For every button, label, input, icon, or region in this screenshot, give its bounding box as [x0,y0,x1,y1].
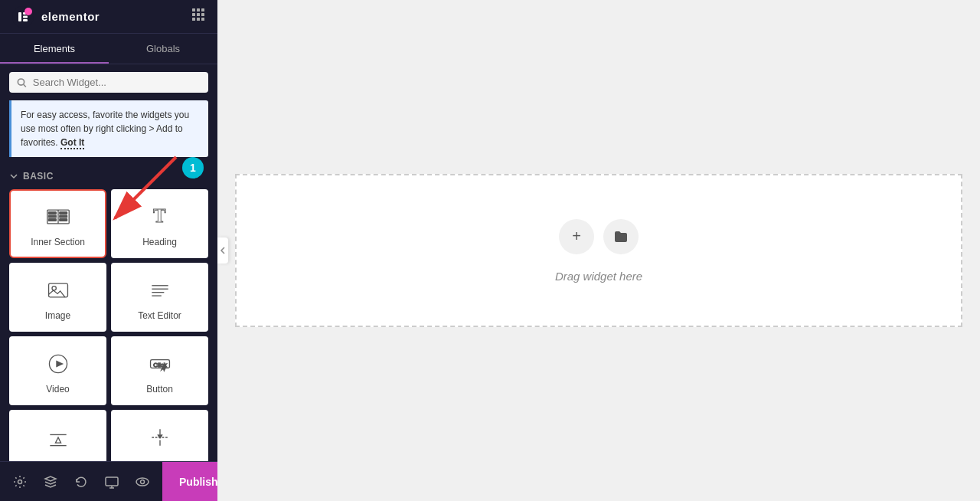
svg-rect-18 [48,215,56,218]
badge-step-1: 1 [182,157,204,178]
widget-text-editor-label: Text Editor [138,310,181,321]
elementor-logo [12,6,34,28]
app-title: elementor [41,10,100,23]
widget-button[interactable]: Click Button [111,336,208,405]
main-canvas: + Drag widget here [217,0,980,501]
search-container [0,64,217,100]
search-box [9,72,208,93]
history-icon-btn[interactable] [67,468,95,496]
canvas-area: + Drag widget here [217,0,980,501]
svg-rect-2 [23,15,28,18]
history-icon [74,475,88,489]
video-icon [44,350,72,378]
tab-elements[interactable]: Elements [0,34,109,64]
svg-marker-31 [56,361,64,368]
drag-text: Drag widget here [555,270,642,283]
widget-list: Basic Inner Section [0,165,217,461]
svg-rect-17 [48,212,56,214]
drop-zone-actions: + [559,219,639,254]
heading-svg: T [148,205,172,229]
svg-rect-3 [23,19,28,21]
video-svg [46,352,70,376]
text-editor-icon [146,277,174,304]
svg-line-14 [24,84,26,87]
preview-icon [136,475,149,489]
svg-rect-11 [197,18,200,21]
svg-rect-43 [106,477,118,486]
svg-rect-20 [59,212,67,214]
widget-button-label: Button [146,384,173,395]
svg-point-42 [18,480,22,483]
section-basic-label: Basic [23,171,54,182]
drop-zone: + Drag widget here [235,174,962,327]
widget-inner-section[interactable]: Inner Section [9,189,106,258]
widget-spacer[interactable] [111,410,208,461]
section-basic-header: Basic [9,165,208,189]
sidebar: elementor Elements Globals [0,0,217,501]
button-icon: Click [146,350,174,378]
image-icon [44,277,72,304]
svg-rect-12 [201,18,204,21]
elementor-logo-icon [17,11,29,23]
got-it-link[interactable]: Got It [60,137,84,149]
layers-icon-btn[interactable] [37,468,64,496]
svg-marker-35 [55,437,60,443]
svg-rect-6 [201,8,204,11]
spacer-icon [146,424,174,451]
settings-icon-btn[interactable] [6,468,34,496]
svg-rect-0 [18,12,21,21]
svg-rect-1 [23,12,28,15]
button-svg: Click [148,352,172,376]
inner-section-icon [44,203,72,231]
search-icon [17,77,27,88]
search-input[interactable] [33,77,201,88]
collapse-icon [220,246,226,255]
toolbar-icons [0,468,162,496]
svg-rect-22 [59,219,67,221]
svg-rect-9 [201,13,204,16]
preview-icon-btn[interactable] [129,468,156,496]
widget-image-label: Image [45,310,70,321]
widget-image[interactable]: Image [9,263,106,332]
widget-video-label: Video [46,384,69,395]
widget-heading-label: Heading [142,237,177,247]
widget-grid-basic: Inner Section T Heading [9,189,208,461]
heading-icon: T [146,203,174,231]
svg-text:T: T [153,205,166,226]
spacer-svg [148,425,172,450]
settings-icon [13,475,27,489]
svg-point-13 [18,78,24,84]
responsive-icon-btn[interactable] [98,468,126,496]
widget-divider[interactable] [9,410,106,461]
tab-globals[interactable]: Globals [109,34,217,64]
add-template-button[interactable] [603,219,639,254]
svg-point-46 [136,478,149,486]
widget-heading[interactable]: T Heading [111,189,208,258]
svg-rect-7 [192,13,195,16]
layers-icon [44,475,57,489]
info-banner: For easy access, favorite the widgets yo… [9,100,208,157]
chevron-down-icon [9,172,18,181]
svg-rect-24 [48,283,67,297]
sidebar-tabs: Elements Globals [0,34,217,64]
inner-section-svg [46,205,70,229]
grid-icon[interactable] [191,8,205,25]
info-text: For easy access, favorite the widgets yo… [21,110,189,148]
image-svg [46,278,70,303]
divider-svg [46,425,70,450]
svg-rect-21 [59,215,67,218]
add-section-button[interactable]: + [559,219,594,254]
svg-point-25 [52,287,56,290]
grid-svg [191,8,205,21]
responsive-icon [105,475,119,489]
divider-icon [44,424,72,451]
svg-rect-4 [192,8,195,11]
widget-text-editor[interactable]: Text Editor [111,263,208,332]
svg-rect-5 [197,8,200,11]
widget-video[interactable]: Video [9,336,106,405]
svg-rect-10 [192,18,195,21]
sidebar-collapse-btn[interactable] [217,237,228,264]
sidebar-header-left: elementor [12,6,100,28]
bottom-toolbar: Publish [0,461,217,501]
svg-rect-19 [48,219,56,221]
